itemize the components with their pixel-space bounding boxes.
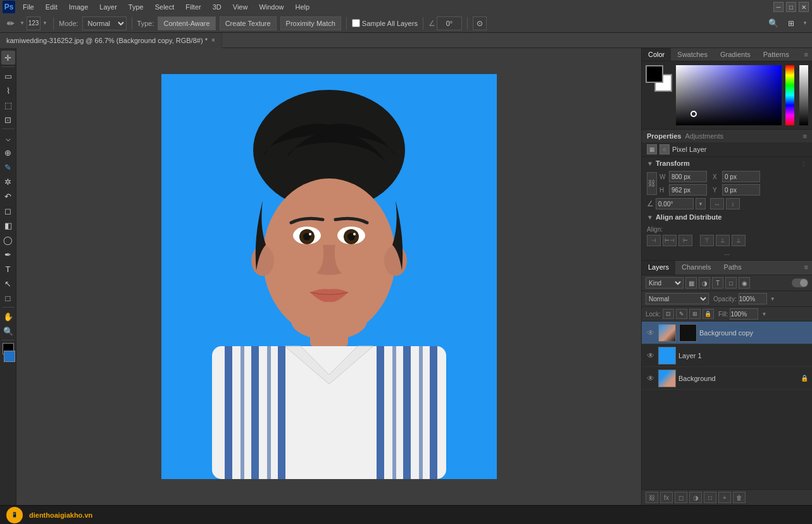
transform-section-header[interactable]: ▼ Transform ⋮ [642, 157, 812, 170]
history-brush-tool[interactable]: ↶ [1, 189, 15, 203]
menu-select[interactable]: Select [150, 2, 180, 12]
delete-layer-btn[interactable]: 🗑 [733, 492, 746, 503]
canvas-document[interactable] [161, 74, 497, 479]
x-input[interactable] [722, 171, 760, 182]
properties-menu[interactable]: ≡ [803, 132, 807, 140]
brush-tool[interactable]: ✎ [1, 160, 15, 174]
menu-type[interactable]: Type [123, 2, 149, 12]
search-btn[interactable]: 🔍 [766, 16, 780, 30]
panel-menu-btn[interactable]: ≡ [801, 48, 812, 61]
sample-all-layers-input[interactable] [352, 19, 360, 27]
proximity-match-btn[interactable]: Proximity Match [280, 16, 341, 30]
path-selection-tool[interactable]: ↖ [1, 277, 15, 290]
layout-btn[interactable]: ⊞ [784, 16, 798, 30]
create-texture-btn[interactable]: Create Texture [220, 16, 277, 30]
align-right-edges-btn[interactable]: ⊢ [678, 235, 692, 246]
color-strips[interactable] [785, 65, 794, 125]
tab-close-btn[interactable]: × [211, 37, 215, 44]
angle-dropdown[interactable]: ▼ [696, 198, 706, 209]
opacity-dropdown[interactable]: ▼ [769, 293, 777, 304]
menu-help[interactable]: Help [290, 2, 315, 12]
menu-edit[interactable]: Edit [41, 2, 63, 12]
align-top-edges-btn[interactable]: ⊤ [700, 235, 714, 246]
sample-all-layers-check[interactable]: Sample All Layers [352, 19, 418, 27]
opacity-strip[interactable] [799, 65, 808, 125]
maximize-btn[interactable]: □ [786, 2, 796, 12]
tab-paths[interactable]: Paths [718, 261, 748, 275]
menu-3d[interactable]: 3D [208, 2, 227, 12]
brand-name[interactable]: dienthoaigiakho.vn [29, 511, 92, 519]
align-centers-v-btn[interactable]: ⊥ [716, 235, 730, 246]
angle-input[interactable] [437, 16, 462, 30]
eyedropper-tool[interactable]: ⌵ [1, 131, 15, 145]
pen-tool[interactable]: ✒ [1, 247, 15, 261]
new-group-btn[interactable]: □ [704, 492, 716, 503]
clone-stamp-tool[interactable]: ✲ [1, 175, 15, 189]
filter-smart-btn[interactable]: ◉ [739, 277, 750, 289]
flip-h-btn[interactable]: ↔ [710, 198, 724, 209]
lock-position-btn[interactable]: ✎ [676, 309, 687, 319]
tab-layers[interactable]: Layers [642, 261, 675, 275]
minimize-btn[interactable]: ─ [773, 2, 784, 12]
fill-dropdown[interactable]: ▼ [760, 308, 768, 320]
number-dropdown[interactable]: ▼ [42, 16, 48, 30]
rectangular-marquee-tool[interactable]: ▭ [1, 69, 15, 83]
filter-adjustment-btn[interactable]: ◑ [699, 277, 710, 289]
lasso-tool[interactable]: ⌇ [1, 84, 15, 97]
menu-file[interactable]: File [18, 2, 39, 12]
tool-dropdown-arrow[interactable]: ▼ [19, 16, 25, 30]
h-input[interactable] [669, 184, 707, 196]
filter-type-btn[interactable]: T [712, 277, 723, 289]
more-options-btn[interactable]: ... [647, 248, 807, 258]
eraser-tool[interactable]: ◻ [1, 204, 15, 218]
fill-input[interactable] [730, 308, 758, 320]
layout-dropdown[interactable]: ▼ [802, 16, 808, 30]
tab-swatches[interactable]: Swatches [671, 48, 714, 61]
blend-mode-select[interactable]: Normal [646, 293, 709, 304]
new-layer-btn[interactable]: + [718, 492, 731, 503]
crop-tool[interactable]: ⊡ [1, 113, 15, 127]
filter-pixel-btn[interactable]: ▦ [685, 277, 697, 289]
canvas-area[interactable] [16, 48, 641, 505]
tab-gradients[interactable]: Gradients [714, 48, 757, 61]
shape-tool[interactable]: □ [1, 291, 15, 305]
background-color[interactable] [4, 351, 15, 362]
flip-v-btn[interactable]: ↕ [726, 198, 740, 209]
lock-all-btn[interactable]: 🔒 [703, 309, 714, 319]
lock-pixels-btn[interactable]: ⊡ [663, 309, 674, 319]
mode-dropdown[interactable]: Normal [82, 16, 127, 30]
filter-toggle[interactable] [792, 278, 808, 287]
brush-settings-btn[interactable]: ⊙ [473, 16, 487, 30]
menu-window[interactable]: Window [254, 2, 289, 12]
layer-vis-background[interactable]: 👁 [646, 374, 656, 383]
align-section-header[interactable]: ▼ Align and Distribute [642, 211, 812, 223]
menu-layer[interactable]: Layer [94, 2, 122, 12]
tab-channels[interactable]: Channels [675, 261, 717, 275]
zoom-tool[interactable]: 🔍 [1, 324, 15, 338]
object-selection-tool[interactable]: ⬚ [1, 98, 15, 112]
foreground-swatch[interactable] [646, 65, 663, 83]
align-bottom-edges-btn[interactable]: ⊥ [732, 235, 746, 246]
gradient-tool[interactable]: ◧ [1, 218, 15, 232]
align-centers-h-btn[interactable]: ⊢⊣ [663, 235, 677, 246]
layer-item-bg-copy[interactable]: 👁 Background copy [642, 321, 812, 344]
close-btn[interactable]: ✕ [799, 2, 809, 12]
lock-artboard-btn[interactable]: ⊞ [689, 309, 701, 319]
link-wh-btn[interactable]: ⛓ [647, 172, 657, 195]
tab-patterns[interactable]: Patterns [757, 48, 796, 61]
tab-color[interactable]: Color [642, 48, 671, 61]
align-left-edges-btn[interactable]: ⊣ [647, 235, 661, 246]
opacity-input[interactable] [739, 293, 767, 304]
menu-image[interactable]: Image [64, 2, 94, 12]
filter-shape-btn[interactable]: □ [725, 277, 737, 289]
layer-item-layer1[interactable]: 👁 Layer 1 [642, 344, 812, 367]
color-spectrum[interactable] [676, 65, 782, 125]
new-fill-adj-btn[interactable]: ◑ [689, 492, 702, 503]
adjustments-tab[interactable]: Adjustments [685, 132, 723, 140]
healing-brush-tool[interactable]: ⊕ [1, 146, 15, 159]
layer-item-background[interactable]: 👁 Background 🔒 [642, 367, 812, 390]
layer-vis-layer1[interactable]: 👁 [646, 351, 656, 360]
menu-filter[interactable]: Filter [180, 2, 206, 12]
rotation-input[interactable] [656, 198, 694, 209]
layers-panel-menu[interactable]: ≡ [801, 261, 812, 275]
